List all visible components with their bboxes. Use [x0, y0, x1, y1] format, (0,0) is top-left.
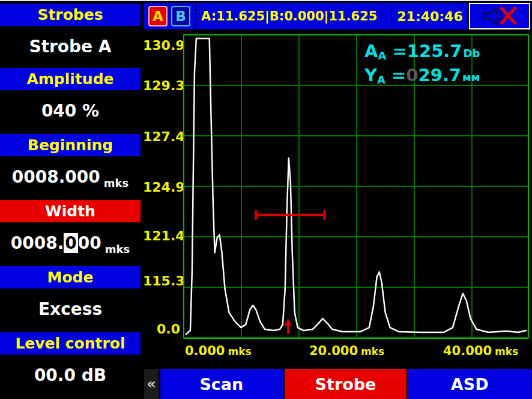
- amp-symbol: A: [364, 41, 378, 61]
- measurement-depth: YA =029.7мм: [364, 65, 480, 90]
- mode-value-text: Excess: [38, 299, 102, 319]
- width-value-post: 00: [78, 233, 101, 253]
- echo-marker-arrow-head: [285, 318, 292, 326]
- y-tick-label: 0.0: [143, 321, 180, 337]
- y-tick-label: 115.3: [143, 273, 180, 289]
- x-tick-label: 40.000mks: [443, 344, 518, 358]
- clock: 21:40:46: [392, 3, 469, 29]
- beginning-value[interactable]: 0008.000 mks: [0, 160, 141, 193]
- menu-item-width-selected[interactable]: Width: [0, 200, 141, 222]
- bottom-tab-bar: « Scan Strobe ASD: [144, 369, 531, 399]
- main-panel: A B A:11.625|B:0.000|11.625 21:40:46 130…: [143, 1, 532, 399]
- tab-strobe[interactable]: Strobe: [285, 369, 407, 399]
- status-bar: A B A:11.625|B:0.000|11.625 21:40:46: [143, 2, 531, 30]
- mode-label: Mode: [47, 269, 94, 286]
- level-control-value[interactable]: 00.0 dB: [0, 359, 141, 391]
- menu-item-level-control[interactable]: Level control: [0, 332, 141, 355]
- x-tick-value: 20.000: [309, 344, 358, 358]
- x-tick-unit: mks: [228, 346, 251, 358]
- device-screen: Strobes Strobe A Amplitude 040 % Beginni…: [0, 0, 532, 399]
- width-value-pre: 0008.: [11, 233, 64, 253]
- beginning-unit: mks: [104, 177, 128, 193]
- x-tick-label: 20.000mks: [309, 344, 384, 358]
- measurement-amplitude: AA =125.7Db: [364, 41, 480, 65]
- width-label: Width: [45, 203, 95, 220]
- amp-symbol-sub: A: [378, 49, 386, 62]
- strobe-select-value[interactable]: Strobe A: [0, 30, 141, 62]
- x-tick-unit: mks: [495, 346, 518, 358]
- channel-a-button[interactable]: A: [148, 6, 168, 26]
- depth-symbol: Y: [364, 65, 377, 85]
- menu-item-amplitude[interactable]: Amplitude: [0, 68, 141, 90]
- y-tick-label: 129.3: [143, 78, 180, 94]
- mode-value[interactable]: Excess: [0, 293, 141, 325]
- y-tick-label: 124.9: [143, 180, 180, 195]
- y-tick-label: 121.4: [143, 228, 180, 244]
- beginning-value-text: 0008.000: [12, 167, 100, 187]
- amplitude-label: Amplitude: [26, 70, 113, 88]
- width-value[interactable]: 0008.000 mks: [0, 227, 141, 259]
- depth-value: 29.7: [419, 65, 462, 85]
- gate-readout: A:11.625|B:0.000|11.625: [196, 3, 392, 29]
- collapse-menu-button[interactable]: «: [144, 369, 159, 399]
- x-tick-label: 0.000mks: [185, 344, 252, 358]
- tab-scan[interactable]: Scan: [160, 369, 283, 399]
- y-tick-label: 130.9: [143, 38, 180, 53]
- amp-unit: Db: [464, 47, 480, 59]
- x-tick-value: 0.000: [185, 344, 225, 358]
- ascan-plot: AA =125.7Db YA =029.7мм: [183, 34, 529, 339]
- width-edit-cursor[interactable]: 0: [64, 233, 77, 253]
- sound-mute-toggle[interactable]: [469, 3, 530, 29]
- depth-unit: мм: [462, 71, 480, 84]
- tab-asd[interactable]: ASD: [408, 369, 531, 399]
- beginning-label: Beginning: [28, 136, 113, 154]
- level-control-label: Level control: [15, 335, 125, 352]
- sidebar-menu: Strobes Strobe A Amplitude 040 % Beginni…: [0, 1, 141, 399]
- depth-symbol-sub: A: [377, 73, 385, 86]
- depth-leading-zero: 0: [406, 65, 418, 85]
- channel-b-button[interactable]: B: [171, 6, 190, 26]
- level-control-value-text: 00.0 dB: [34, 365, 106, 385]
- amp-value: 125.7: [407, 41, 462, 61]
- measurement-readout: AA =125.7Db YA =029.7мм: [364, 41, 480, 90]
- menu-item-mode[interactable]: Mode: [0, 266, 141, 288]
- menu-title-label: Strobes: [37, 6, 103, 23]
- x-tick-value: 40.000: [443, 344, 492, 358]
- y-tick-label: 127.4: [143, 129, 180, 145]
- depth-eq: =: [385, 65, 406, 85]
- strobe-select-label: Strobe A: [29, 37, 111, 56]
- x-tick-unit: mks: [361, 346, 384, 358]
- menu-item-beginning[interactable]: Beginning: [0, 134, 141, 156]
- speaker-muted-icon: [481, 5, 518, 27]
- amplitude-value-text: 040 %: [41, 101, 99, 121]
- amp-eq: =: [386, 41, 407, 61]
- amplitude-value[interactable]: 040 %: [0, 94, 141, 127]
- menu-title-strobes[interactable]: Strobes: [0, 4, 141, 26]
- channel-buttons: A B: [144, 3, 196, 29]
- width-unit: mks: [105, 243, 130, 259]
